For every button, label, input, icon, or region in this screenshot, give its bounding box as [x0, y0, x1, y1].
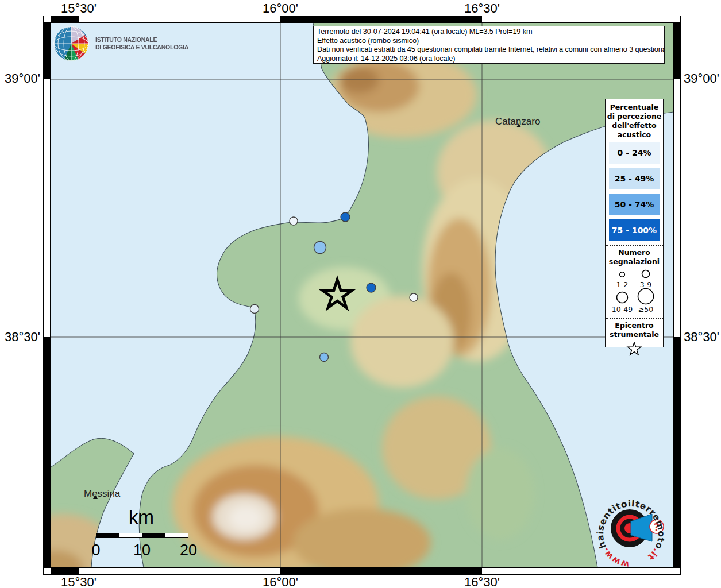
svg-text:≥50: ≥50	[638, 305, 653, 314]
report-marker	[410, 293, 418, 301]
ingv-logo: ISTITUTO NAZIONALE DI GEOFISICA E VULCAN…	[53, 25, 192, 62]
report-marker	[250, 305, 259, 314]
city-marker-messina	[93, 495, 98, 499]
city-label-messina: Messina	[84, 488, 120, 500]
scalebar-unit-label: km	[129, 506, 154, 528]
report-marker	[367, 283, 376, 292]
svg-text:10-49: 10-49	[612, 305, 633, 314]
event-info-line: Aggiornato il: 14-12-2025 03:06 (ora loc…	[317, 55, 661, 64]
ingv-line1: ISTITUTO NAZIONALE	[95, 36, 188, 44]
legend-class-swatch: 75 - 100%	[609, 219, 660, 241]
haisentito-map-page: 15°30'16°00'16°30' 15°30'16°00'16°30' 39…	[0, 0, 721, 588]
axis-label-bottom: 16°00'	[263, 575, 298, 588]
ingv-line2: DI GEOFISICA E VULCANOLOGIA	[95, 44, 188, 52]
legend-class-swatch: 0 - 24%	[609, 142, 660, 164]
haisentito-site-logo: ? www.haisentitoilterremoto.it	[595, 498, 667, 571]
scalebar-tick: 0	[91, 541, 100, 559]
report-marker	[341, 212, 350, 222]
axis-label-left: 38°30'	[1, 330, 40, 345]
axis-label-bottom: 16°30'	[464, 575, 500, 588]
legend-class-swatch: 25 - 49%	[609, 168, 660, 189]
legend-signals-title: Numero segnalazioni	[606, 248, 663, 266]
axis-label-top: 16°00'	[263, 1, 298, 16]
axis-label-bottom: 15°30'	[61, 575, 97, 588]
legend-epicenter-star-icon	[625, 342, 643, 357]
event-info-line: Effetto acustico (rombo sismico)	[317, 37, 661, 46]
legend-title: Percentuale di percezione dell'effetto a…	[606, 103, 662, 140]
axis-label-right: 39°00'	[684, 71, 719, 86]
event-info-line: Dati non verificati estratti da 45 quest…	[317, 45, 661, 55]
legend-epicenter-title: Epicentro strumentale	[606, 321, 663, 339]
report-marker	[314, 242, 326, 254]
svg-text:3-9: 3-9	[640, 280, 651, 289]
ingv-wordmark: ISTITUTO NAZIONALE DI GEOFISICA E VULCAN…	[95, 36, 188, 52]
axis-label-top: 15°30'	[61, 1, 97, 16]
legend-classes: 0 - 24%25 - 49%50 - 74%75 - 100%	[606, 142, 663, 241]
axis-label-right: 38°30'	[684, 330, 719, 345]
report-marker	[320, 353, 329, 362]
report-marker	[290, 217, 298, 225]
axis-label-top: 16°30'	[464, 1, 500, 16]
legend-panel: Percentuale di percezione dell'effetto a…	[605, 99, 664, 347]
legend-divider	[606, 318, 663, 319]
legend-signal-sizes: 1-23-910-49≥50	[607, 266, 662, 314]
ingv-globe-icon	[53, 25, 90, 62]
axis-label-left: 39°00'	[1, 71, 40, 86]
event-info-box: Terremoto del 30-07-2024 19:04:41 (ora l…	[313, 26, 665, 64]
scalebar-tick: 20	[180, 541, 197, 559]
svg-text:1-2: 1-2	[616, 280, 628, 289]
scalebar-tick: 10	[133, 541, 151, 559]
city-marker-catanzaro	[516, 123, 521, 127]
event-info-line: Terremoto del 30-07-2024 19:04:41 (ora l…	[317, 28, 661, 37]
legend-class-swatch: 50 - 74%	[609, 194, 660, 215]
scalebar	[96, 533, 188, 538]
terrain-map	[51, 23, 673, 567]
legend-divider	[606, 245, 663, 246]
